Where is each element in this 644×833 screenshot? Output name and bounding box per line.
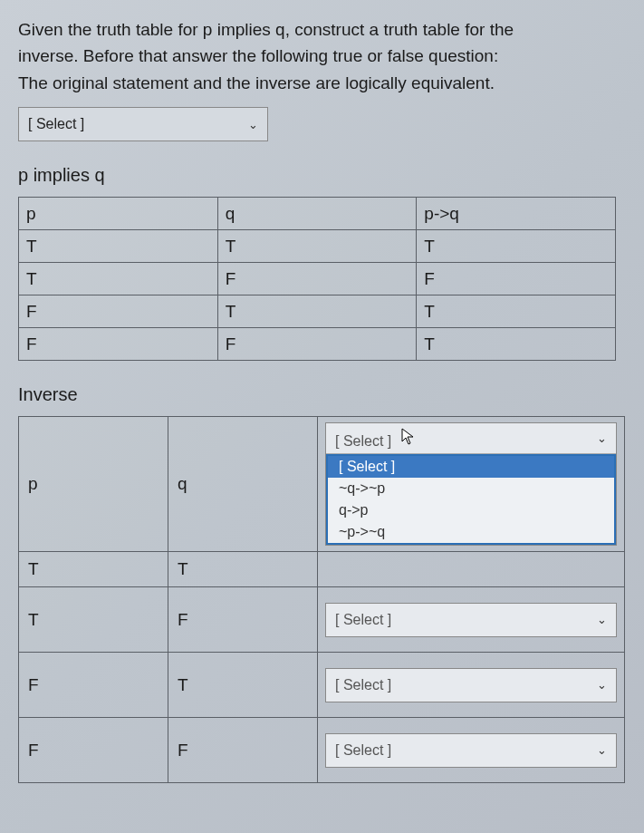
dropdown-option[interactable]: ~p->~q bbox=[328, 521, 614, 543]
section-title-inverse: Inverse bbox=[18, 384, 626, 405]
cell-p: T bbox=[19, 587, 168, 653]
question-line3: The original statement and the inverse a… bbox=[18, 73, 495, 92]
equivalence-select[interactable]: [ Select ] ⌄ bbox=[18, 107, 268, 141]
table-row: F F T bbox=[19, 328, 616, 361]
cell-q: T bbox=[217, 295, 417, 328]
th-q: q bbox=[168, 417, 318, 552]
inverse-row-select-label: [ Select ] bbox=[335, 612, 391, 628]
table-row: T F F bbox=[19, 263, 616, 295]
truth-table-inverse: p q [ Select ] ⌄ bbox=[18, 416, 625, 783]
dropdown-list: [ Select ] ~q->~p q->p ~p->~q bbox=[326, 454, 616, 545]
cell-q: F bbox=[168, 718, 318, 783]
table-row: T T bbox=[19, 552, 625, 587]
inverse-row-select-label: [ Select ] bbox=[335, 742, 391, 759]
cell-p: F bbox=[19, 328, 218, 361]
dropdown-option[interactable]: [ Select ] bbox=[328, 456, 614, 478]
cell-p: T bbox=[19, 552, 168, 587]
cell-q: T bbox=[217, 230, 417, 263]
question-line2: inverse. Before that answer the followin… bbox=[18, 46, 498, 65]
th-q: q bbox=[217, 198, 417, 230]
cell-p: F bbox=[19, 295, 218, 328]
inverse-row-select[interactable]: [ Select ] ⌄ bbox=[325, 603, 617, 637]
cell-p: T bbox=[19, 230, 218, 263]
cell-r: T bbox=[417, 230, 616, 263]
table-row: F T [ Select ] ⌄ bbox=[19, 653, 625, 718]
dropdown-option[interactable]: q->p bbox=[328, 499, 614, 521]
truth-table-implies: p q p->q T T T T F F F T T F F T bbox=[18, 197, 616, 361]
inverse-row-select[interactable]: [ Select ] ⌄ bbox=[325, 668, 617, 702]
th-p: p bbox=[19, 417, 168, 552]
cell-q: F bbox=[217, 263, 417, 295]
chevron-down-icon: ⌄ bbox=[248, 118, 258, 131]
cell-q: F bbox=[217, 328, 417, 361]
inverse-header-select[interactable]: [ Select ] ⌄ [ Select ] ~q->~p q->p bbox=[325, 422, 617, 546]
equivalence-select-label: [ Select ] bbox=[28, 116, 84, 132]
th-pq: p->q bbox=[417, 198, 616, 230]
table-row: F F [ Select ] ⌄ bbox=[19, 718, 625, 783]
chevron-down-icon: ⌄ bbox=[597, 431, 607, 445]
table-row: F T T bbox=[19, 295, 616, 328]
question-line1: Given the truth table for p implies q, c… bbox=[18, 20, 514, 39]
table-row: T T T bbox=[19, 230, 616, 263]
chevron-down-icon: ⌄ bbox=[597, 613, 607, 626]
cursor-icon bbox=[401, 428, 416, 446]
chevron-down-icon: ⌄ bbox=[597, 678, 607, 692]
cell-p: F bbox=[19, 718, 168, 783]
table-row: T F [ Select ] ⌄ bbox=[19, 587, 625, 653]
cell-p: T bbox=[19, 263, 218, 295]
section-title-implies: p implies q bbox=[18, 165, 626, 186]
cell-r: T bbox=[417, 295, 616, 328]
cell-q: T bbox=[168, 552, 318, 587]
inverse-row-select-label: [ Select ] bbox=[335, 677, 391, 693]
inverse-row-select[interactable]: [ Select ] ⌄ bbox=[325, 733, 617, 768]
cell-p: F bbox=[19, 653, 168, 718]
cell-r: T bbox=[417, 328, 616, 361]
th-p: p bbox=[19, 198, 218, 230]
cell-q: F bbox=[168, 587, 318, 653]
cell-q: T bbox=[168, 653, 318, 718]
dropdown-option[interactable]: ~q->~p bbox=[328, 478, 614, 499]
chevron-down-icon: ⌄ bbox=[597, 743, 607, 757]
inverse-header-select-label: [ Select ] bbox=[335, 433, 391, 449]
cell-r: F bbox=[417, 263, 616, 295]
